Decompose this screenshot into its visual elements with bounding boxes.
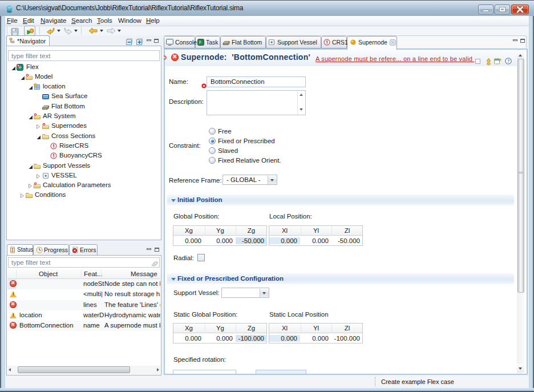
svg-text:?: ? xyxy=(507,58,509,64)
